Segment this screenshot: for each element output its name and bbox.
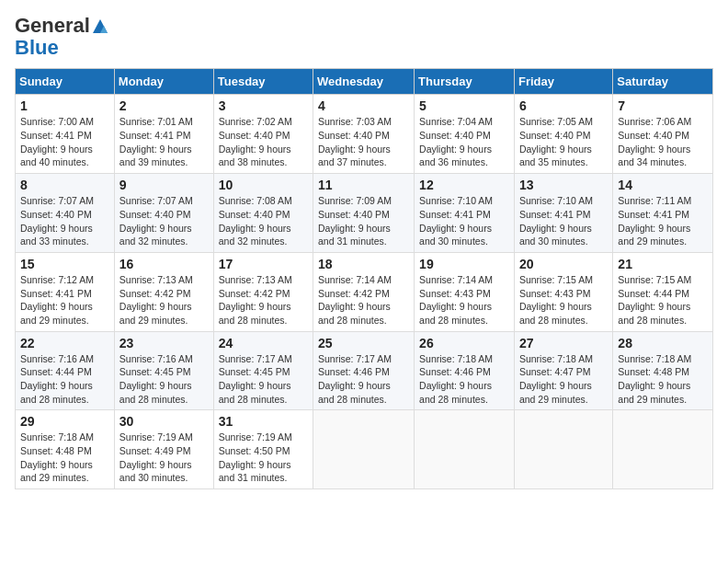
day-info: Sunrise: 7:02 AMSunset: 4:40 PMDaylight:… <box>219 115 308 169</box>
calendar-cell: 8Sunrise: 7:07 AMSunset: 4:40 PMDaylight… <box>16 174 115 253</box>
calendar-cell: 29Sunrise: 7:18 AMSunset: 4:48 PMDayligh… <box>16 410 115 489</box>
day-info: Sunrise: 7:18 AMSunset: 4:48 PMDaylight:… <box>618 352 708 407</box>
calendar-cell: 20Sunrise: 7:15 AMSunset: 4:43 PMDayligh… <box>514 252 612 331</box>
day-number: 6 <box>519 98 608 113</box>
calendar-week-2: 8Sunrise: 7:07 AMSunset: 4:40 PMDaylight… <box>16 174 713 253</box>
header: General Blue <box>15 15 713 59</box>
day-number: 26 <box>419 336 509 350</box>
day-number: 27 <box>519 336 608 350</box>
calendar-week-3: 15Sunrise: 7:12 AMSunset: 4:41 PMDayligh… <box>16 252 713 331</box>
calendar-week-5: 29Sunrise: 7:18 AMSunset: 4:48 PMDayligh… <box>16 410 713 489</box>
day-info: Sunrise: 7:14 AMSunset: 4:43 PMDaylight:… <box>419 273 509 327</box>
calendar-cell: 31Sunrise: 7:19 AMSunset: 4:50 PMDayligh… <box>213 410 313 489</box>
day-info: Sunrise: 7:18 AMSunset: 4:48 PMDaylight:… <box>20 431 109 485</box>
day-info: Sunrise: 7:19 AMSunset: 4:50 PMDaylight:… <box>219 431 308 485</box>
calendar-cell: 21Sunrise: 7:15 AMSunset: 4:44 PMDayligh… <box>613 252 713 331</box>
calendar-cell: 3Sunrise: 7:02 AMSunset: 4:40 PMDaylight… <box>213 95 313 174</box>
day-number: 20 <box>519 257 608 271</box>
day-info: Sunrise: 7:12 AMSunset: 4:41 PMDaylight:… <box>20 273 109 327</box>
day-number: 13 <box>519 178 608 192</box>
calendar-cell: 13Sunrise: 7:10 AMSunset: 4:41 PMDayligh… <box>514 174 612 253</box>
day-info: Sunrise: 7:06 AMSunset: 4:40 PMDaylight:… <box>618 115 708 169</box>
calendar-cell: 7Sunrise: 7:06 AMSunset: 4:40 PMDaylight… <box>613 95 713 174</box>
day-info: Sunrise: 7:13 AMSunset: 4:42 PMDaylight:… <box>219 273 308 327</box>
day-number: 18 <box>318 257 409 271</box>
calendar-cell: 6Sunrise: 7:05 AMSunset: 4:40 PMDaylight… <box>514 95 612 174</box>
calendar-cell: 23Sunrise: 7:16 AMSunset: 4:45 PMDayligh… <box>114 331 213 410</box>
day-info: Sunrise: 7:07 AMSunset: 4:40 PMDaylight:… <box>119 194 209 248</box>
calendar-cell: 17Sunrise: 7:13 AMSunset: 4:42 PMDayligh… <box>213 252 313 331</box>
day-info: Sunrise: 7:10 AMSunset: 4:41 PMDaylight:… <box>419 194 509 248</box>
day-info: Sunrise: 7:11 AMSunset: 4:41 PMDaylight:… <box>618 194 708 248</box>
calendar-cell: 24Sunrise: 7:17 AMSunset: 4:45 PMDayligh… <box>213 331 313 410</box>
day-info: Sunrise: 7:17 AMSunset: 4:45 PMDaylight:… <box>219 352 308 407</box>
day-number: 14 <box>618 178 708 192</box>
day-number: 11 <box>318 178 409 192</box>
calendar-cell: 25Sunrise: 7:17 AMSunset: 4:46 PMDayligh… <box>313 331 415 410</box>
day-info: Sunrise: 7:05 AMSunset: 4:40 PMDaylight:… <box>519 115 608 169</box>
day-number: 9 <box>119 178 209 192</box>
calendar-cell: 12Sunrise: 7:10 AMSunset: 4:41 PMDayligh… <box>415 174 515 253</box>
day-info: Sunrise: 7:00 AMSunset: 4:41 PMDaylight:… <box>20 115 109 169</box>
day-header-sunday: Sunday <box>16 69 115 95</box>
logo: General Blue <box>15 15 108 59</box>
day-info: Sunrise: 7:15 AMSunset: 4:43 PMDaylight:… <box>519 273 608 327</box>
day-header-tuesday: Tuesday <box>213 69 313 95</box>
day-number: 2 <box>119 98 209 113</box>
calendar-cell: 1Sunrise: 7:00 AMSunset: 4:41 PMDaylight… <box>16 95 115 174</box>
day-header-saturday: Saturday <box>613 69 713 95</box>
day-info: Sunrise: 7:15 AMSunset: 4:44 PMDaylight:… <box>618 273 708 327</box>
day-number: 30 <box>119 414 209 429</box>
day-number: 28 <box>618 336 708 350</box>
calendar-cell: 15Sunrise: 7:12 AMSunset: 4:41 PMDayligh… <box>16 252 115 331</box>
logo-blue: Blue <box>15 37 59 59</box>
day-info: Sunrise: 7:17 AMSunset: 4:46 PMDaylight:… <box>318 352 409 407</box>
day-number: 29 <box>20 414 109 429</box>
calendar-cell <box>514 410 612 489</box>
day-number: 1 <box>20 98 109 113</box>
day-info: Sunrise: 7:09 AMSunset: 4:40 PMDaylight:… <box>318 194 409 248</box>
day-number: 10 <box>219 178 308 192</box>
calendar-cell: 11Sunrise: 7:09 AMSunset: 4:40 PMDayligh… <box>313 174 415 253</box>
day-number: 19 <box>419 257 509 271</box>
day-number: 5 <box>419 98 509 113</box>
day-header-wednesday: Wednesday <box>313 69 415 95</box>
day-number: 24 <box>219 336 308 350</box>
day-number: 25 <box>318 336 409 350</box>
day-info: Sunrise: 7:08 AMSunset: 4:40 PMDaylight:… <box>219 194 308 248</box>
day-info: Sunrise: 7:10 AMSunset: 4:41 PMDaylight:… <box>519 194 608 248</box>
calendar-cell: 19Sunrise: 7:14 AMSunset: 4:43 PMDayligh… <box>415 252 515 331</box>
day-info: Sunrise: 7:07 AMSunset: 4:40 PMDaylight:… <box>20 194 109 248</box>
day-info: Sunrise: 7:18 AMSunset: 4:46 PMDaylight:… <box>419 352 509 407</box>
day-info: Sunrise: 7:01 AMSunset: 4:41 PMDaylight:… <box>119 115 209 169</box>
day-number: 4 <box>318 98 409 113</box>
calendar-cell: 10Sunrise: 7:08 AMSunset: 4:40 PMDayligh… <box>213 174 313 253</box>
calendar-cell: 14Sunrise: 7:11 AMSunset: 4:41 PMDayligh… <box>613 174 713 253</box>
day-number: 8 <box>20 178 109 192</box>
day-number: 15 <box>20 257 109 271</box>
calendar-week-4: 22Sunrise: 7:16 AMSunset: 4:44 PMDayligh… <box>16 331 713 410</box>
day-number: 21 <box>618 257 708 271</box>
day-number: 23 <box>119 336 209 350</box>
day-number: 12 <box>419 178 509 192</box>
calendar-cell: 2Sunrise: 7:01 AMSunset: 4:41 PMDaylight… <box>114 95 213 174</box>
day-number: 22 <box>20 336 109 350</box>
day-number: 17 <box>219 257 308 271</box>
day-info: Sunrise: 7:18 AMSunset: 4:47 PMDaylight:… <box>519 352 608 407</box>
day-info: Sunrise: 7:16 AMSunset: 4:45 PMDaylight:… <box>119 352 209 407</box>
calendar: SundayMondayTuesdayWednesdayThursdayFrid… <box>15 68 713 489</box>
calendar-cell: 30Sunrise: 7:19 AMSunset: 4:49 PMDayligh… <box>114 410 213 489</box>
day-header-thursday: Thursday <box>415 69 515 95</box>
calendar-cell: 26Sunrise: 7:18 AMSunset: 4:46 PMDayligh… <box>415 331 515 410</box>
calendar-cell: 9Sunrise: 7:07 AMSunset: 4:40 PMDaylight… <box>114 174 213 253</box>
day-info: Sunrise: 7:19 AMSunset: 4:49 PMDaylight:… <box>119 431 209 485</box>
calendar-cell: 27Sunrise: 7:18 AMSunset: 4:47 PMDayligh… <box>514 331 612 410</box>
day-info: Sunrise: 7:16 AMSunset: 4:44 PMDaylight:… <box>20 352 109 407</box>
day-number: 16 <box>119 257 209 271</box>
day-info: Sunrise: 7:13 AMSunset: 4:42 PMDaylight:… <box>119 273 209 327</box>
calendar-cell: 18Sunrise: 7:14 AMSunset: 4:42 PMDayligh… <box>313 252 415 331</box>
calendar-cell <box>613 410 713 489</box>
calendar-week-1: 1Sunrise: 7:00 AMSunset: 4:41 PMDaylight… <box>16 95 713 174</box>
day-info: Sunrise: 7:03 AMSunset: 4:40 PMDaylight:… <box>318 115 409 169</box>
calendar-cell: 5Sunrise: 7:04 AMSunset: 4:40 PMDaylight… <box>415 95 515 174</box>
